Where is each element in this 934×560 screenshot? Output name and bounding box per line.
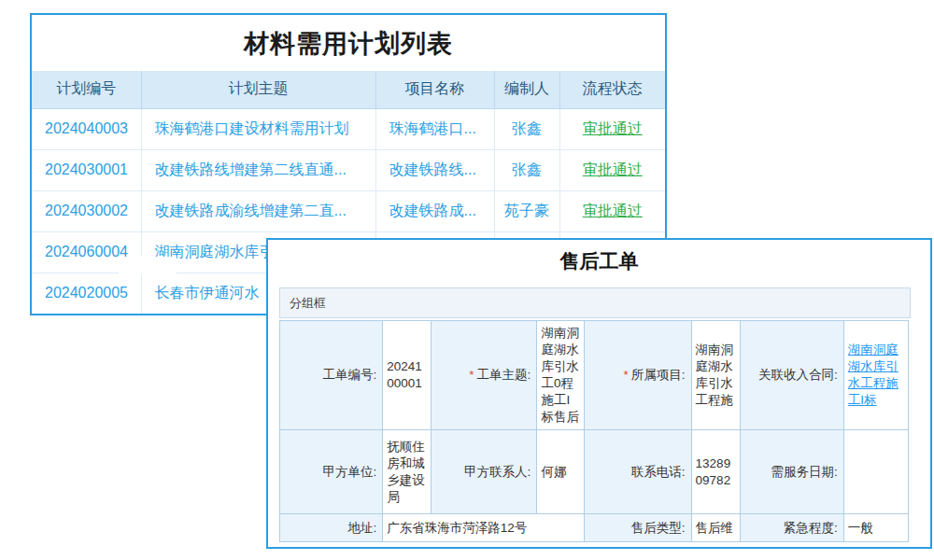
party-a-label: 甲方单位: [280, 430, 383, 514]
plan-creator-cell: 张鑫 [494, 108, 559, 149]
plan-subject-link[interactable]: 改建铁路成渝线增建第二直... [141, 190, 375, 231]
contract-cell: 湖南洞庭湖水库引水工程施工I标 [843, 321, 908, 430]
plan-list-title: 材料需用计划列表 [32, 15, 665, 71]
groupbox-label: 分组框 [279, 287, 911, 318]
required-asterisk: * [624, 368, 629, 382]
subject-label: *工单主题: [432, 321, 537, 430]
urgency-value: 一般 [843, 514, 908, 542]
plan-status-cell: 审批通过 [559, 190, 665, 231]
subject-value: 湖南洞庭湖水库引水工0程施工I标售后 [537, 321, 585, 430]
column-header-status: 流程状态 [559, 71, 665, 108]
plan-list-header-row: 计划编号 计划主题 项目名称 编制人 流程状态 [32, 71, 665, 108]
party-a-value: 抚顺住房和城乡建设局 [383, 430, 432, 514]
phone-value: 1328909782 [691, 430, 740, 514]
service-date-value [843, 430, 908, 514]
table-row: 2024030001 改建铁路线增建第二线直通... 改建铁路线... 张鑫 审… [32, 149, 665, 190]
plan-project-cell: 改建铁路线... [375, 149, 494, 190]
column-header-plan-no: 计划编号 [32, 71, 141, 108]
form-row-1: 工单编号: 2024100001 *工单主题: 湖南洞庭湖水库引水工0程施工I标… [280, 321, 909, 430]
plan-no-link[interactable]: 2024020005 [32, 273, 141, 314]
type-label: 售后类型: [585, 514, 691, 542]
work-order-panel: 售后工单 分组框 工单编号: 2024100001 *工单主题: 湖南洞庭湖水库… [266, 238, 932, 549]
phone-label: 联系电话: [585, 430, 691, 514]
work-order-form: 工单编号: 2024100001 *工单主题: 湖南洞庭湖水库引水工0程施工I标… [279, 320, 909, 542]
project-label-text: 所属项目: [631, 368, 686, 382]
column-header-project: 项目名称 [375, 71, 494, 108]
plan-subject-link[interactable]: 改建铁路线增建第二线直通... [141, 149, 375, 190]
plan-no-link[interactable]: 2024040003 [32, 108, 141, 149]
contact-label: 甲方联系人: [432, 430, 537, 514]
plan-status-cell: 审批通过 [559, 149, 665, 190]
service-date-label: 需服务日期: [740, 430, 843, 514]
urgency-label: 紧急程度: [740, 514, 843, 542]
address-label: 地址: [280, 514, 383, 542]
work-order-title: 售后工单 [268, 248, 930, 274]
column-header-subject: 计划主题 [141, 71, 375, 108]
contract-link[interactable]: 湖南洞庭湖水库引水工程施工I标 [848, 343, 899, 407]
plan-no-link[interactable]: 2024030001 [32, 149, 141, 190]
required-asterisk: * [469, 368, 474, 382]
status-link[interactable]: 审批通过 [583, 203, 643, 218]
type-value: 售后维 [691, 514, 740, 542]
groupbox: 分组框 工单编号: 2024100001 *工单主题: 湖南洞庭湖水库引水工0程… [279, 287, 911, 542]
plan-status-cell: 审批通过 [559, 108, 665, 149]
order-no-value: 2024100001 [383, 321, 432, 430]
contact-value: 何娜 [537, 430, 585, 514]
form-row-2: 甲方单位: 抚顺住房和城乡建设局 甲方联系人: 何娜 联系电话: 1328909… [280, 430, 909, 514]
status-link[interactable]: 审批通过 [583, 161, 643, 177]
table-row: 2024030002 改建铁路成渝线增建第二直... 改建铁路成... 苑子豪 … [32, 190, 665, 231]
column-header-creator: 编制人 [494, 71, 559, 108]
table-row: 2024040003 珠海鹤港口建设材料需用计划 珠海鹤港口... 张鑫 审批通… [32, 108, 665, 149]
form-row-3: 地址: 广东省珠海市菏泽路12号 售后类型: 售后维 紧急程度: 一般 [280, 514, 909, 542]
address-value: 广东省珠海市菏泽路12号 [383, 514, 585, 542]
plan-creator-cell: 苑子豪 [494, 190, 559, 231]
contract-label: 关联收入合同: [740, 321, 843, 430]
plan-project-cell: 珠海鹤港口... [375, 108, 494, 149]
plan-creator-cell: 张鑫 [494, 149, 559, 190]
mask-patch [119, 257, 177, 275]
project-label: *所属项目: [585, 321, 691, 430]
project-value: 湖南洞庭湖水库引水工程施 [691, 321, 740, 430]
status-link[interactable]: 审批通过 [583, 120, 643, 136]
plan-subject-link[interactable]: 珠海鹤港口建设材料需用计划 [141, 108, 375, 149]
subject-label-text: 工单主题: [477, 368, 531, 382]
plan-no-link[interactable]: 2024030002 [32, 190, 141, 231]
order-no-label: 工单编号: [280, 321, 383, 430]
plan-project-cell: 改建铁路成... [375, 190, 494, 231]
